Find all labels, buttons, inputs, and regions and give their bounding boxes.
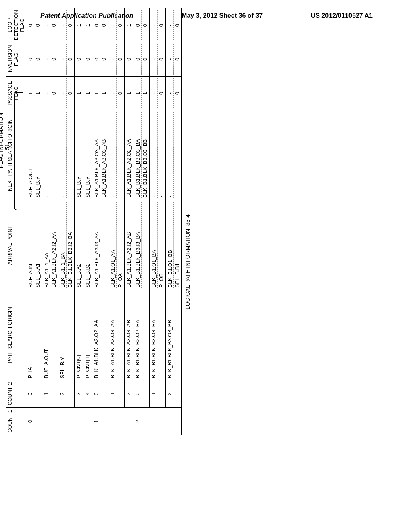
loop-cell: -0 [58,8,75,42]
flag-brace [14,92,23,210]
loop-cell: 00 [133,8,150,42]
arrival-cell: SEL_B.B2 [83,200,92,290]
loop-cell: -0 [150,8,166,42]
origin-cell: P_IA [26,290,42,380]
count2-cell: 2 [58,380,75,407]
arrival-cell: BLK_A1.I1_AABLK_A1.BLK_A2.I2_AA [42,200,58,290]
inversion-cell: -0 [150,42,166,76]
table-row: 2BLK_A1.BLK_A3.O3_ABBLK_A1.BLK_A2.I2_ABB… [125,8,133,435]
table-row: 2BLK_B1.BLK_B3.O3_BBBLK_B1.O1_BBSEL_B.B1… [166,8,182,435]
count2-cell: 0 [133,380,150,407]
table-row: 1BLK_A1.BLK_A3.O3_AABLK_A1.O1_AAP_OA- -0… [108,8,125,435]
col-header-count1: COUNT 1 [6,407,26,435]
flag-info-num: 5f [4,145,10,150]
loop-cell: -0 [166,8,182,42]
next-cell: -- [150,110,166,200]
table-row: 3P_CNT[0]SEL_B.A2SEL_B.Y101 [75,8,83,435]
loop-cell: 00 [26,8,42,42]
arrival-cell: BLK_B1.O1_BBSEL_B.B1 [166,200,182,290]
arrival-cell: BLK_B1.I1_BABLK_B1.BLK_B2.I2_BA [58,200,75,290]
table-row: 4P_CNT[1]SEL_B.B2SEL_B.Y101 [83,8,92,435]
passage-cell: -0 [108,76,125,110]
header-center: May 3, 2012 Sheet 36 of 37 [181,12,263,19]
loop-cell: 1 [83,8,92,42]
table-caption: LOGICAL PATH INFORMATION 33-4 [184,89,191,435]
passage-cell: -0 [58,76,75,110]
col-header-count2: COUNT 2 [6,380,26,407]
figure-container: FIG.21C FLAG INFORMATION 5f COUNT 1COUNT… [0,89,413,435]
passage-cell: 1 [83,76,92,110]
col-header-arrival: ARRIVAL POINT [6,200,26,290]
col-header-loop: LOOP DETECTION FLAG [6,8,26,42]
origin-cell: P_CNT[1] [83,290,92,380]
inversion-cell: 0 [83,42,92,76]
passage-cell: 11 [26,76,42,110]
next-cell: BUF_A.OUTSEL_B.Y [26,110,42,200]
next-cell: SEL_B.Y [83,110,92,200]
inversion-cell: -0 [108,42,125,76]
loop-cell: 1 [125,8,133,42]
next-cell: SEL_B.Y [75,110,83,200]
col-header-origin: PATH SEARCH ORIGIN [6,290,26,380]
arrival-cell: BLK_B1.O1_BAP_OB [150,200,166,290]
count2-cell: 0 [26,380,42,407]
next-cell: BLK_A1.BLK_A2.O2_AA [125,110,133,200]
passage-cell: -0 [166,76,182,110]
table-row: 2SEL_B.YBLK_B1.I1_BABLK_B1.BLK_B2.I2_BA-… [58,8,75,435]
count2-cell: 1 [42,380,58,407]
count1-cell: 2 [133,407,182,435]
origin-cell: BLK_B1.BLK_B3.O3_BB [166,290,182,380]
count2-cell: 3 [75,380,83,407]
passage-cell: -0 [42,76,58,110]
logical-path-table: COUNT 1COUNT 2PATH SEARCH ORIGINARRIVAL … [6,8,182,435]
count2-cell: 0 [92,380,108,407]
inversion-cell: -0 [58,42,75,76]
header-right: US 2012/0110527 A1 [311,12,373,19]
origin-cell: BLK_A1.BLK_A3.O3_AB [125,290,133,380]
passage-cell: 11 [92,76,108,110]
origin-cell: BLK_A1.BLK_A3.O3_AA [108,290,125,380]
count1-cell: 1 [92,407,133,435]
passage-cell: 11 [133,76,150,110]
origin-cell: SEL_B.Y [58,290,75,380]
origin-cell: BLK_A1.BLK_A2.O2_AA [92,290,108,380]
col-header-inversion: INVERSION FLAG [6,42,26,76]
next-cell: - [58,110,75,200]
count2-cell: 1 [150,380,166,407]
arrival-cell: BUF_A.INSEL_B.A1 [26,200,42,290]
loop-cell: 00 [92,8,108,42]
next-cell: BLK_A1.BLK_A3.O3_AABLK_A1.BLK_A3.O3_AB [92,110,108,200]
arrival-cell: BLK_A1.BLK_A2.I2_AB [125,200,133,290]
next-cell: - [42,110,58,200]
inversion-cell: -0 [42,42,58,76]
origin-cell: BLK_B1.BLK_B3.O3_BA [150,290,166,380]
loop-cell: -0 [108,8,125,42]
origin-cell: BLK_B1.BLK_B2.O2_BA [133,290,150,380]
count1-cell: 0 [26,407,92,435]
count2-cell: 2 [125,380,133,407]
count2-cell: 4 [83,380,92,407]
arrival-cell: BLK_B1.BLK_B3.I3_BA [133,200,150,290]
table-row: 1BUF_A.OUTBLK_A1.I1_AABLK_A1.BLK_A2.I2_A… [42,8,58,435]
next-cell: - [166,110,182,200]
table-row: 10BLK_A1.BLK_A2.O2_AABLK_A1.BLK_A3.I3_AA… [92,8,108,435]
passage-cell: -0 [150,76,166,110]
next-cell: - [108,110,125,200]
next-cell: BLK_B1.BLK_B3.O3_BABLK_B1.BLK_B3.O3_BB [133,110,150,200]
table-row: 20BLK_B1.BLK_B2.O2_BABLK_B1.BLK_B3.I3_BA… [133,8,150,435]
arrival-cell: BLK_A1.O1_AAP_OA [108,200,125,290]
caption-text: LOGICAL PATH INFORMATION [184,229,191,310]
flag-info-label: FLAG INFORMATION [0,113,4,168]
inversion-cell: -0 [166,42,182,76]
arrival-cell: SEL_B.A2 [75,200,83,290]
origin-cell: BUF_A.OUT [42,290,58,380]
arrival-cell: BLK_A1.BLK_A3.I3_AA [92,200,108,290]
passage-cell: 1 [75,76,83,110]
loop-cell: 1 [75,8,83,42]
inversion-cell: 00 [26,42,42,76]
inversion-cell: 00 [133,42,150,76]
origin-cell: P_CNT[0] [75,290,83,380]
count2-cell: 1 [108,380,125,407]
inversion-cell: 00 [92,42,108,76]
passage-cell: 1 [125,76,133,110]
